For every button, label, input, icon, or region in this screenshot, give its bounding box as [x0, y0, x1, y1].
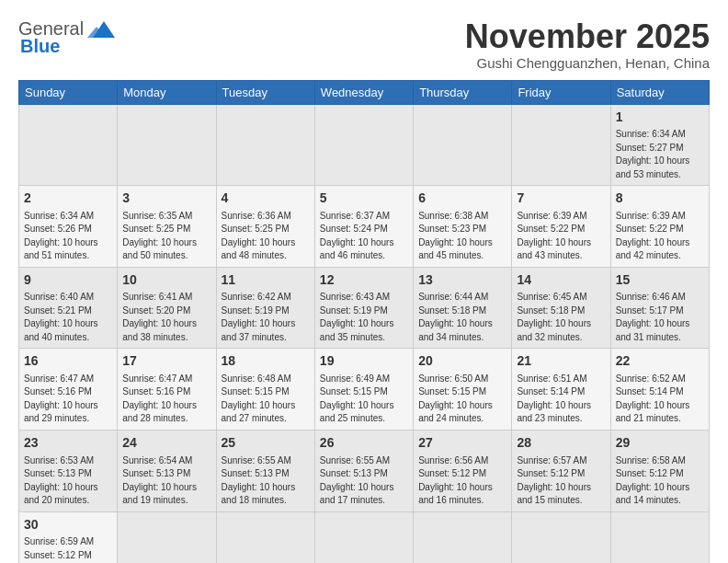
- calendar-cell: 9Sunrise: 6:40 AM Sunset: 5:21 PM Daylig…: [19, 267, 118, 349]
- calendar-cell: [19, 104, 118, 186]
- day-number: 28: [517, 434, 605, 453]
- header-day-monday: Monday: [118, 80, 216, 104]
- header-day-friday: Friday: [512, 80, 610, 104]
- header-day-wednesday: Wednesday: [314, 80, 413, 104]
- location-subtitle: Gushi Chengguanzhen, Henan, China: [465, 55, 710, 71]
- day-info: Sunrise: 6:57 AM Sunset: 5:12 PM Dayligh…: [517, 454, 605, 508]
- calendar-cell: [118, 104, 216, 186]
- day-number: 17: [122, 352, 210, 371]
- day-info: Sunrise: 6:47 AM Sunset: 5:16 PM Dayligh…: [122, 373, 210, 426]
- calendar-cell: [512, 104, 610, 186]
- day-number: 6: [418, 190, 506, 208]
- day-info: Sunrise: 6:48 AM Sunset: 5:15 PM Dayligh…: [222, 373, 310, 426]
- calendar-cell: 5Sunrise: 6:37 AM Sunset: 5:24 PM Daylig…: [314, 186, 413, 268]
- calendar-cell: 11Sunrise: 6:42 AM Sunset: 5:19 PM Dayli…: [216, 267, 314, 349]
- header-day-sunday: Sunday: [19, 80, 118, 104]
- calendar-cell: [414, 104, 512, 186]
- logo-blue: Blue: [20, 36, 60, 57]
- day-number: 13: [418, 271, 506, 290]
- day-number: 5: [320, 190, 408, 208]
- day-info: Sunrise: 6:41 AM Sunset: 5:20 PM Dayligh…: [122, 291, 210, 344]
- day-info: Sunrise: 6:35 AM Sunset: 5:25 PM Dayligh…: [122, 210, 210, 263]
- header-day-tuesday: Tuesday: [216, 80, 314, 104]
- page-header: General Blue November 2025 Gushi Chenggu…: [18, 18, 710, 71]
- calendar-cell: 12Sunrise: 6:43 AM Sunset: 5:19 PM Dayli…: [314, 267, 413, 349]
- day-info: Sunrise: 6:55 AM Sunset: 5:13 PM Dayligh…: [320, 454, 408, 508]
- day-info: Sunrise: 6:37 AM Sunset: 5:24 PM Dayligh…: [320, 210, 408, 263]
- day-number: 26: [320, 434, 408, 453]
- calendar-cell: 18Sunrise: 6:48 AM Sunset: 5:15 PM Dayli…: [216, 349, 314, 431]
- calendar-header: SundayMondayTuesdayWednesdayThursdayFrid…: [19, 80, 710, 104]
- calendar-body: 1Sunrise: 6:34 AM Sunset: 5:27 PM Daylig…: [19, 104, 710, 563]
- day-number: 22: [616, 352, 704, 371]
- day-number: 24: [122, 434, 210, 453]
- calendar-cell: 26Sunrise: 6:55 AM Sunset: 5:13 PM Dayli…: [314, 430, 413, 511]
- day-number: 30: [24, 516, 112, 534]
- calendar-cell: 4Sunrise: 6:36 AM Sunset: 5:25 PM Daylig…: [216, 186, 314, 268]
- day-info: Sunrise: 6:55 AM Sunset: 5:13 PM Dayligh…: [222, 454, 310, 508]
- calendar-cell: 19Sunrise: 6:49 AM Sunset: 5:15 PM Dayli…: [314, 349, 413, 431]
- day-number: 23: [24, 434, 112, 453]
- calendar-cell: [414, 511, 512, 563]
- month-title: November 2025: [465, 18, 710, 55]
- calendar-cell: 29Sunrise: 6:58 AM Sunset: 5:12 PM Dayli…: [610, 430, 709, 511]
- calendar-cell: 3Sunrise: 6:35 AM Sunset: 5:25 PM Daylig…: [118, 186, 216, 268]
- calendar-table: SundayMondayTuesdayWednesdayThursdayFrid…: [18, 80, 710, 563]
- day-info: Sunrise: 6:36 AM Sunset: 5:25 PM Dayligh…: [222, 210, 310, 263]
- calendar-week-1: 1Sunrise: 6:34 AM Sunset: 5:27 PM Daylig…: [19, 104, 710, 186]
- day-number: 7: [517, 190, 605, 208]
- day-number: 14: [517, 271, 605, 290]
- calendar-cell: [118, 511, 216, 563]
- day-number: 4: [222, 190, 310, 208]
- logo: General Blue: [18, 18, 120, 57]
- day-info: Sunrise: 6:42 AM Sunset: 5:19 PM Dayligh…: [222, 291, 310, 344]
- day-info: Sunrise: 6:47 AM Sunset: 5:16 PM Dayligh…: [24, 373, 112, 426]
- day-info: Sunrise: 6:54 AM Sunset: 5:13 PM Dayligh…: [122, 454, 210, 508]
- day-info: Sunrise: 6:59 AM Sunset: 5:12 PM Dayligh…: [24, 535, 112, 563]
- day-info: Sunrise: 6:40 AM Sunset: 5:21 PM Dayligh…: [24, 291, 112, 344]
- day-number: 11: [222, 271, 310, 290]
- day-info: Sunrise: 6:34 AM Sunset: 5:27 PM Dayligh…: [616, 128, 704, 181]
- day-number: 3: [122, 190, 210, 208]
- day-info: Sunrise: 6:43 AM Sunset: 5:19 PM Dayligh…: [320, 291, 408, 344]
- day-number: 27: [418, 434, 506, 453]
- header-row: SundayMondayTuesdayWednesdayThursdayFrid…: [19, 80, 710, 104]
- day-number: 20: [418, 352, 506, 371]
- day-info: Sunrise: 6:39 AM Sunset: 5:22 PM Dayligh…: [616, 210, 704, 263]
- calendar-cell: 15Sunrise: 6:46 AM Sunset: 5:17 PM Dayli…: [610, 267, 709, 349]
- day-number: 10: [122, 271, 210, 290]
- day-number: 9: [24, 271, 112, 290]
- day-info: Sunrise: 6:34 AM Sunset: 5:26 PM Dayligh…: [24, 210, 112, 263]
- day-info: Sunrise: 6:58 AM Sunset: 5:12 PM Dayligh…: [616, 454, 704, 508]
- calendar-cell: 21Sunrise: 6:51 AM Sunset: 5:14 PM Dayli…: [512, 349, 610, 431]
- day-info: Sunrise: 6:50 AM Sunset: 5:15 PM Dayligh…: [418, 373, 506, 426]
- calendar-week-6: 30Sunrise: 6:59 AM Sunset: 5:12 PM Dayli…: [19, 511, 710, 563]
- calendar-cell: [512, 511, 610, 563]
- calendar-cell: 25Sunrise: 6:55 AM Sunset: 5:13 PM Dayli…: [216, 430, 314, 511]
- calendar-cell: 7Sunrise: 6:39 AM Sunset: 5:22 PM Daylig…: [512, 186, 610, 268]
- calendar-week-2: 2Sunrise: 6:34 AM Sunset: 5:26 PM Daylig…: [19, 186, 710, 268]
- day-info: Sunrise: 6:38 AM Sunset: 5:23 PM Dayligh…: [418, 210, 506, 263]
- title-area: November 2025 Gushi Chengguanzhen, Henan…: [465, 18, 710, 71]
- day-info: Sunrise: 6:46 AM Sunset: 5:17 PM Dayligh…: [616, 291, 704, 344]
- calendar-cell: [216, 104, 314, 186]
- day-info: Sunrise: 6:45 AM Sunset: 5:18 PM Dayligh…: [517, 291, 605, 344]
- header-day-saturday: Saturday: [610, 80, 709, 104]
- day-number: 16: [24, 352, 112, 371]
- day-info: Sunrise: 6:53 AM Sunset: 5:13 PM Dayligh…: [24, 454, 112, 508]
- day-number: 8: [616, 190, 704, 208]
- calendar-cell: 23Sunrise: 6:53 AM Sunset: 5:13 PM Dayli…: [19, 430, 118, 511]
- day-info: Sunrise: 6:52 AM Sunset: 5:14 PM Dayligh…: [616, 373, 704, 426]
- day-number: 12: [320, 271, 408, 290]
- calendar-cell: [610, 511, 709, 563]
- day-number: 19: [320, 352, 408, 371]
- calendar-cell: 30Sunrise: 6:59 AM Sunset: 5:12 PM Dayli…: [19, 511, 118, 563]
- calendar-cell: 14Sunrise: 6:45 AM Sunset: 5:18 PM Dayli…: [512, 267, 610, 349]
- day-number: 18: [222, 352, 310, 371]
- calendar-cell: 6Sunrise: 6:38 AM Sunset: 5:23 PM Daylig…: [414, 186, 512, 268]
- day-number: 25: [222, 434, 310, 453]
- calendar-cell: [216, 511, 314, 563]
- calendar-cell: 24Sunrise: 6:54 AM Sunset: 5:13 PM Dayli…: [118, 430, 216, 511]
- calendar-cell: 2Sunrise: 6:34 AM Sunset: 5:26 PM Daylig…: [19, 186, 118, 268]
- calendar-cell: 20Sunrise: 6:50 AM Sunset: 5:15 PM Dayli…: [414, 349, 512, 431]
